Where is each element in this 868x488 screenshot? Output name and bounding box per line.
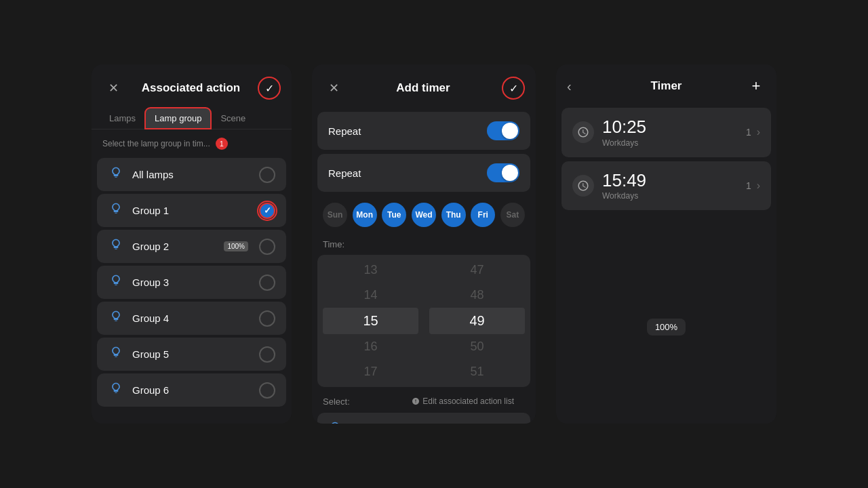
day-wed[interactable]: Wed [412, 203, 436, 227]
minute-48: 48 [424, 283, 530, 308]
minute-49-selected[interactable]: 49 [429, 308, 525, 334]
percent-badge: 100% [647, 319, 686, 336]
item-label: Group 4 [132, 312, 251, 324]
back-button[interactable]: ‹ [567, 79, 586, 94]
hour-16: 16 [317, 334, 424, 359]
repeat-toggle[interactable] [487, 121, 519, 140]
timer-time-2: 15:49 [602, 171, 746, 190]
lamp-group-icon [108, 346, 124, 363]
edit-action-link[interactable]: Edit associated action list [401, 394, 525, 409]
radio-button[interactable] [259, 239, 275, 255]
radio-button[interactable] [259, 346, 275, 363]
timer-time-1: 10:25 [602, 117, 746, 137]
timer-clock-icon [572, 121, 594, 143]
timer-clock-icon [572, 175, 594, 197]
confirm-button[interactable]: ✓ [502, 77, 525, 100]
repeat2-toggle-row: Repeat [317, 154, 530, 192]
list-item[interactable]: Group 2 100% [97, 230, 286, 263]
minute-51: 51 [424, 359, 530, 384]
lamp-group-icon [108, 238, 124, 255]
time-picker: 13 14 15 16 17 47 48 49 50 51 [317, 255, 530, 387]
repeat2-label: Repeat [328, 167, 361, 179]
list-item[interactable]: Group 1 [97, 194, 286, 227]
panel2-header: ✕ Add timer ✓ [312, 64, 536, 108]
day-thu[interactable]: Thu [441, 203, 466, 227]
close-button[interactable]: ✕ [323, 77, 344, 99]
action-lamp-icon [328, 421, 342, 424]
lamp-group-icon [108, 274, 124, 291]
panel1-title: Associated action [124, 81, 258, 95]
repeat-toggle-row: Repeat [317, 112, 530, 150]
panel1-header: ✕ Associated action ✓ [92, 64, 292, 108]
panel2-title: Add timer [344, 81, 502, 95]
edit-action-label: Edit associated action list [422, 396, 514, 406]
day-sat[interactable]: Sat [500, 203, 525, 227]
timer-days-1: Workdays [602, 138, 746, 148]
close-button[interactable]: ✕ [102, 77, 124, 99]
item-label: Group 1 [132, 205, 251, 216]
day-mon[interactable]: Mon [353, 203, 377, 227]
item-label: Group 5 [132, 348, 251, 360]
minute-50: 50 [424, 334, 530, 359]
day-tue[interactable]: Tue [382, 203, 406, 227]
chevron-right-icon: › [757, 126, 760, 138]
list-item[interactable]: Group 4 [97, 302, 286, 335]
timer-count-1: 1 [746, 127, 751, 138]
radio-button[interactable] [259, 167, 275, 183]
hour-13: 13 [317, 258, 424, 283]
repeat-label: Repeat [328, 125, 361, 137]
hour-column: 13 14 15 16 17 [317, 258, 424, 384]
day-fri[interactable]: Fri [471, 203, 495, 227]
panel3-title: Timer [586, 79, 747, 93]
lamp-group-icon [108, 310, 124, 327]
lamp-group-icon [108, 202, 124, 219]
timer-info-1: 10:25 Workdays [602, 117, 746, 148]
radio-button-checked[interactable] [259, 203, 275, 219]
radio-button[interactable] [259, 274, 275, 291]
timer-info-2: 15:49 Workdays [602, 171, 746, 201]
action-item-label: Group 1 [349, 424, 385, 424]
item-label: Group 3 [132, 277, 251, 288]
list-item[interactable]: All lamps [97, 158, 286, 191]
tab-lamps[interactable]: Lamps [100, 108, 145, 129]
repeat2-toggle[interactable] [487, 163, 519, 182]
panel3-header: ‹ Timer + [556, 64, 776, 104]
minute-47: 47 [424, 258, 530, 283]
hour-17: 17 [317, 359, 424, 384]
tab-bar: Lamps Lamp group Scene [92, 108, 292, 129]
add-timer-button[interactable]: + [747, 77, 766, 96]
day-sun[interactable]: Sun [323, 203, 347, 227]
time-label: Time: [312, 234, 536, 252]
radio-button[interactable] [259, 310, 275, 327]
chevron-right-icon: › [757, 180, 760, 192]
timer-count-2: 1 [746, 180, 751, 191]
timer-panel: ‹ Timer + 10:25 Workdays 1 › 15:49 Workd… [556, 64, 776, 424]
item-label: All lamps [132, 169, 251, 180]
lamp-group-icon [108, 382, 124, 399]
timer-entry-1[interactable]: 10:25 Workdays 1 › [561, 108, 771, 157]
action-row[interactable]: Group 1 Switch off › [317, 413, 530, 424]
select-label: Select: [323, 396, 350, 407]
hour-14: 14 [317, 283, 424, 308]
minute-column: 47 48 49 50 51 [424, 258, 530, 384]
radio-button[interactable] [259, 382, 275, 399]
list-item[interactable]: Group 6 [97, 373, 286, 407]
action-row-left: Group 1 [328, 421, 385, 424]
item-label: Group 6 [132, 384, 251, 396]
list-item[interactable]: Group 5 [97, 338, 286, 371]
days-row: Sun Mon Tue Wed Thu Fri Sat [312, 196, 536, 234]
hour-15-selected[interactable]: 15 [323, 308, 418, 334]
timer-days-2: Workdays [602, 191, 746, 201]
timer-entry-2[interactable]: 15:49 Workdays 1 › [561, 161, 771, 211]
tab-lamp-group[interactable]: Lamp group [145, 108, 211, 129]
subtitle-badge: 1 [216, 138, 228, 150]
item-badge: 100% [224, 241, 248, 251]
confirm-button[interactable]: ✓ [258, 77, 281, 100]
add-timer-panel: ✕ Add timer ✓ Repeat Repeat Sun Mon Tue … [312, 64, 536, 424]
chevron-right-icon: › [516, 423, 519, 424]
item-label: Group 2 [132, 241, 216, 252]
list-item[interactable]: Group 3 [97, 266, 286, 299]
lamp-icon [108, 166, 124, 183]
tab-scene[interactable]: Scene [211, 108, 255, 129]
associated-action-panel: ✕ Associated action ✓ Lamps Lamp group S… [92, 64, 292, 424]
